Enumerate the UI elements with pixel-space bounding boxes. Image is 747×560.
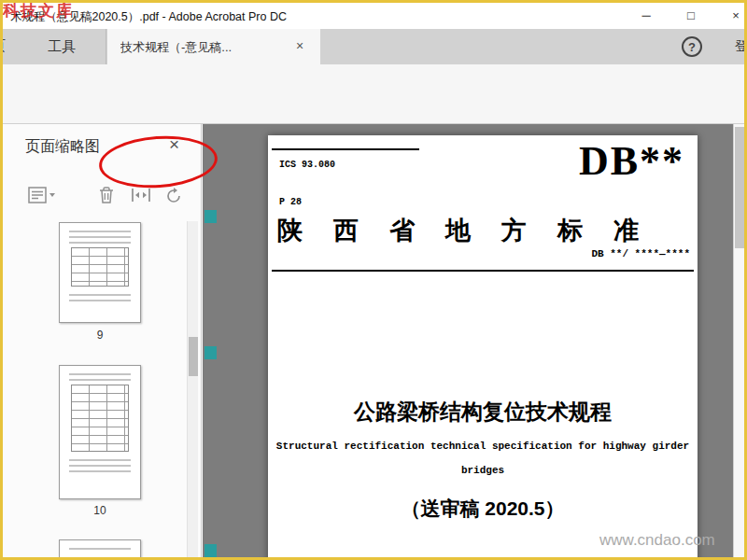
tab-bar: 页 工具 技术规程（-意见稿... × ? 登 [3, 29, 744, 64]
divider-marker [204, 346, 217, 359]
document-view: ICS 93.080 DB** P 28 陕西省地方标准 DB **/ ****… [203, 124, 733, 557]
thumbnail-label-10: 10 [59, 504, 141, 517]
thumbnail-page-9[interactable] [59, 222, 141, 323]
thumbnail-options-icon[interactable] [27, 184, 57, 210]
delete-pages-icon[interactable] [96, 184, 117, 210]
thumbnail-page-10[interactable] [59, 365, 141, 499]
tab-home-label: 页 [3, 37, 6, 55]
page-top-rule [272, 148, 419, 150]
signin-label[interactable]: 登 [735, 38, 747, 55]
thumbnail-sketch [69, 548, 131, 553]
title-bar: 科技文库 术规程（意见稿2020.5）.pdf - Adobe Acrobat … [3, 3, 744, 29]
standard-name: 陕西省地方标准 [277, 214, 669, 247]
site-watermark: www.cndao.com [599, 531, 715, 550]
pdf-page[interactable]: ICS 93.080 DB** P 28 陕西省地方标准 DB **/ ****… [268, 135, 698, 557]
db-classification: DB** [579, 137, 684, 185]
tab-document-active[interactable]: 技术规程（-意见稿... × [107, 29, 320, 64]
thumbnail-sketch [69, 373, 131, 381]
thumbnail-label-9: 9 [59, 329, 141, 342]
thumbnail-sketch [69, 294, 131, 303]
draft-note: （送审稿 2020.5） [268, 496, 698, 522]
ics-code: ICS 93.080 [279, 160, 335, 170]
thumbnail-sketch-table [71, 247, 129, 287]
acrobat-window: 科技文库 术规程（意见稿2020.5）.pdf - Adobe Acrobat … [0, 0, 747, 560]
content-area: 页面缩略图 × [3, 124, 744, 557]
divider-marker [204, 544, 217, 557]
document-scrollbar[interactable] [733, 124, 744, 557]
maximize-button[interactable]: □ [675, 6, 707, 26]
close-window-button[interactable]: × [720, 6, 747, 26]
panel-title: 页面缩略图 [25, 137, 100, 157]
standard-number: DB **/ ****—**** [591, 248, 690, 259]
help-icon[interactable]: ? [682, 36, 702, 57]
red-watermark-text: 科技文库 [3, 0, 74, 21]
sidebar-scrollbar[interactable] [187, 221, 198, 557]
thumbnail-sketch-table [71, 385, 129, 452]
tab-close-icon[interactable]: × [296, 38, 303, 53]
document-scrollbar-thumb[interactable] [735, 127, 744, 248]
main-toolbar: 49% ▼ ··· [3, 64, 744, 124]
divider-marker [204, 210, 217, 223]
p-code: P 28 [279, 197, 302, 207]
document-title-en-line1: Structural rectification technical speci… [268, 441, 698, 452]
thumbnails-panel: 页面缩略图 × [3, 124, 202, 557]
tab-tools[interactable]: 工具 [18, 29, 106, 64]
tab-home-partial[interactable]: 页 [3, 29, 18, 64]
tab-document-label: 技术规程（-意见稿... [120, 39, 232, 56]
document-title-en-line2: bridges [268, 465, 698, 476]
minimize-button[interactable]: ─ [630, 6, 662, 26]
page-main-rule [272, 270, 694, 272]
rotate-pages-icon[interactable] [163, 184, 184, 210]
document-title-cn: 公路梁桥结构复位技术规程 [268, 398, 698, 427]
thumbnail-sketch [69, 231, 131, 244]
sidebar-scrollbar-thumb[interactable] [189, 337, 198, 376]
thumbnail-page-11-partial[interactable] [59, 539, 141, 557]
thumbnail-sketch [69, 459, 131, 476]
